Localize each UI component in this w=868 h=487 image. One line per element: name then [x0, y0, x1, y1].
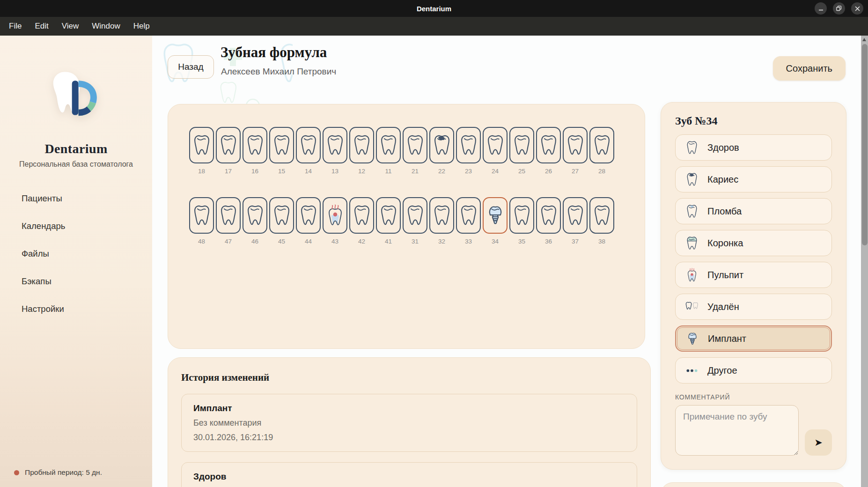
tooth-state-option-implant[interactable]: Имплант — [675, 325, 832, 352]
caries-icon — [684, 172, 699, 187]
tooth-number: 41 — [376, 238, 401, 245]
healthy-tooth-icon — [432, 204, 452, 227]
tooth-state-option-healthy[interactable]: Здоров — [675, 134, 832, 161]
window-controls — [815, 2, 863, 15]
scrollbar-up-arrow-icon[interactable] — [862, 38, 866, 41]
tooth-47[interactable] — [216, 197, 241, 234]
option-label: Пульпит — [707, 270, 743, 280]
scrollbar-thumb[interactable] — [862, 44, 868, 245]
tooth-31[interactable] — [403, 197, 427, 234]
tooth-state-option-caries[interactable]: Кариес — [675, 166, 832, 192]
tooth-cell-11: 11 — [376, 127, 401, 175]
tooth-18[interactable] — [189, 127, 214, 163]
tooth-32[interactable] — [429, 197, 454, 234]
comment-row: ➤ — [675, 405, 832, 456]
tooth-state-option-removed[interactable]: Удалён — [675, 294, 832, 320]
tooth-12[interactable] — [349, 127, 374, 163]
tooth-42[interactable] — [349, 197, 374, 234]
tooth-state-option-crown[interactable]: Коронка — [675, 230, 832, 256]
healthy-tooth-icon — [352, 204, 372, 227]
tooth-36[interactable] — [536, 197, 561, 234]
tooth-cell-38: 38 — [589, 197, 614, 245]
menu-help[interactable]: Help — [127, 19, 156, 34]
titlebar: Dentarium — [0, 0, 868, 17]
tooth-15[interactable] — [269, 127, 294, 163]
app-subtitle: Персональная база стоматолога — [19, 160, 133, 169]
minimize-button[interactable] — [815, 2, 827, 15]
other-icon — [684, 363, 699, 378]
tooth-38[interactable] — [589, 197, 614, 234]
healthy-tooth-icon — [459, 134, 478, 156]
tooth-28[interactable] — [589, 127, 614, 163]
window-title: Dentarium — [417, 5, 451, 13]
tooth-13[interactable] — [323, 127, 347, 163]
tooth-11[interactable] — [376, 127, 401, 163]
tooth-46[interactable] — [243, 197, 267, 234]
tooth-cell-23: 23 — [456, 127, 481, 175]
tooth-33[interactable] — [456, 197, 481, 234]
tooth-24[interactable] — [483, 127, 508, 163]
tooth-35[interactable] — [509, 197, 534, 234]
tooth-26[interactable] — [536, 127, 561, 163]
healthy-tooth-icon — [219, 134, 238, 156]
healthy-tooth-icon — [299, 204, 318, 227]
tooth-state-options: ЗдоровКариесПломбаКоронкаПульпитУдалён И… — [675, 134, 832, 384]
tooth-14[interactable] — [296, 127, 321, 163]
tooth-23[interactable] — [456, 127, 481, 163]
tooth-number: 12 — [349, 168, 374, 175]
tooth-number: 38 — [589, 238, 614, 245]
tooth-state-option-pulpitis[interactable]: Пульпит — [675, 262, 832, 288]
tooth-number: 15 — [269, 168, 294, 175]
send-comment-button[interactable]: ➤ — [805, 429, 832, 456]
close-icon — [855, 6, 860, 11]
tooth-37[interactable] — [563, 197, 588, 234]
tooth-number: 17 — [216, 168, 241, 175]
restore-button[interactable] — [833, 2, 845, 15]
tooth-17[interactable] — [216, 127, 241, 163]
menu-file[interactable]: File — [3, 19, 28, 34]
tooth-state-option-filling[interactable]: Пломба — [675, 198, 832, 224]
sidebar-item-settings[interactable]: Настройки — [0, 297, 152, 321]
tooth-34[interactable] — [483, 197, 508, 234]
option-label: Имплант — [708, 333, 746, 344]
tooth-45[interactable] — [269, 197, 294, 234]
tooth-number: 48 — [189, 238, 214, 245]
sidebar-item-patients[interactable]: Пациенты — [0, 186, 152, 211]
sidebar-item-calendar[interactable]: Календарь — [0, 214, 152, 238]
close-button[interactable] — [851, 2, 863, 15]
comment-input[interactable] — [675, 405, 799, 456]
tooth-41[interactable] — [376, 197, 401, 234]
tooth-number: 28 — [589, 168, 614, 175]
tooth-state-option-other[interactable]: Другое — [675, 357, 832, 384]
tooth-48[interactable] — [189, 197, 214, 234]
sidebar-item-files[interactable]: Файлы — [0, 242, 152, 266]
history-list: ИмплантБез комментария30.01.2026, 16:21:… — [181, 394, 637, 487]
tooth-44[interactable] — [296, 197, 321, 234]
back-button[interactable]: Назад — [168, 55, 214, 79]
tooth-21[interactable] — [403, 127, 427, 163]
tooth-22[interactable] — [429, 127, 454, 163]
history-entry: ЗдоровБез комментария — [181, 462, 637, 487]
option-label: Здоров — [707, 142, 739, 153]
implant-icon — [685, 332, 700, 346]
caries-tooth-icon — [685, 172, 699, 187]
tooth-16[interactable] — [243, 127, 267, 163]
tooth-cell-21: 21 — [403, 127, 427, 175]
option-label: Другое — [707, 365, 737, 376]
tooth-27[interactable] — [563, 127, 588, 163]
save-button[interactable]: Сохранить — [773, 56, 846, 81]
tooth-43[interactable] — [323, 197, 347, 234]
pulpitis-tooth-icon — [685, 268, 699, 282]
tooth-number: 14 — [296, 168, 321, 175]
tooth-number: 25 — [509, 168, 534, 175]
restore-icon — [836, 6, 842, 11]
tooth-number: 43 — [323, 238, 347, 245]
sidebar-item-backups[interactable]: Бэкапы — [0, 269, 152, 294]
tooth-cell-12: 12 — [349, 127, 374, 175]
tooth-cell-26: 26 — [536, 127, 561, 175]
tooth-25[interactable] — [509, 127, 534, 163]
vertical-scrollbar[interactable] — [861, 36, 868, 487]
menu-window[interactable]: Window — [86, 19, 126, 34]
menu-edit[interactable]: Edit — [29, 19, 54, 34]
menu-view[interactable]: View — [56, 19, 85, 34]
